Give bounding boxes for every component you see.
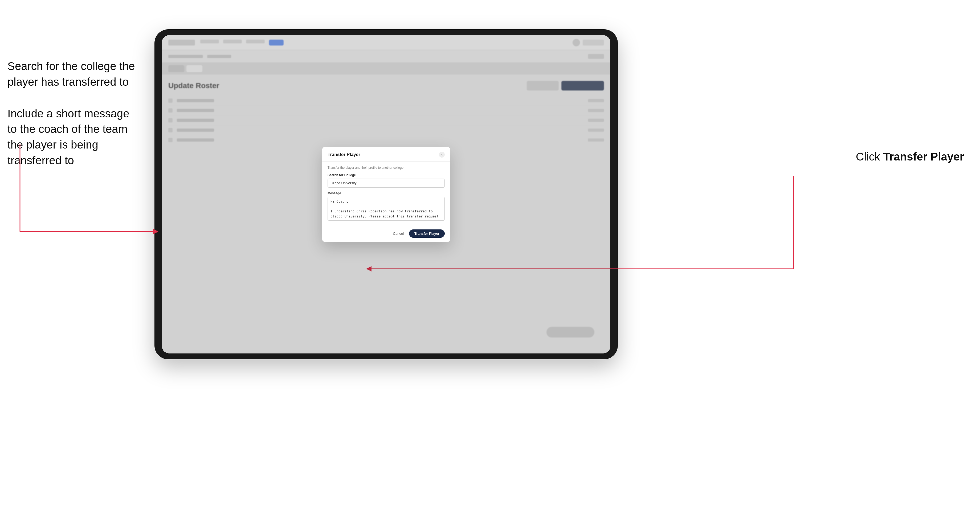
dialog-footer: Cancel Transfer Player (322, 226, 450, 242)
message-label: Message (328, 191, 445, 195)
annotation-line5: the player is being (8, 137, 135, 153)
dialog-close-button[interactable]: × (439, 152, 445, 157)
cancel-button[interactable]: Cancel (390, 230, 406, 237)
dialog-subtitle: Transfer the player and their profile to… (328, 166, 445, 170)
annotation-right: Click Transfer Player (856, 149, 964, 165)
annotation-left: Search for the college the player has tr… (8, 59, 135, 168)
tablet-device: Update Roster (154, 29, 618, 359)
message-textarea[interactable]: Hi Coach, I understand Chris Robertson h… (328, 197, 445, 221)
annotation-line1: Search for the college the (8, 59, 135, 74)
annotation-line6: transferred to (8, 153, 135, 168)
tablet-screen: Update Roster (162, 35, 610, 354)
dialog-header: Transfer Player × (322, 147, 450, 162)
dialog-overlay: Transfer Player × Transfer the player an… (162, 35, 610, 354)
dialog-title: Transfer Player (328, 152, 360, 157)
annotation-line2: player has transferred to (8, 74, 135, 90)
annotation-line4: to the coach of the team (8, 121, 135, 137)
close-icon: × (441, 152, 443, 157)
search-college-label: Search for College (328, 173, 445, 177)
transfer-player-dialog: Transfer Player × Transfer the player an… (322, 147, 450, 242)
dialog-body: Transfer the player and their profile to… (322, 162, 450, 226)
annotation-right-bold: Transfer Player (883, 151, 964, 163)
transfer-player-button[interactable]: Transfer Player (409, 229, 445, 238)
search-college-input[interactable] (328, 179, 445, 187)
annotation-line3: Include a short message (8, 106, 135, 122)
annotation-right-prefix: Click (856, 151, 883, 163)
